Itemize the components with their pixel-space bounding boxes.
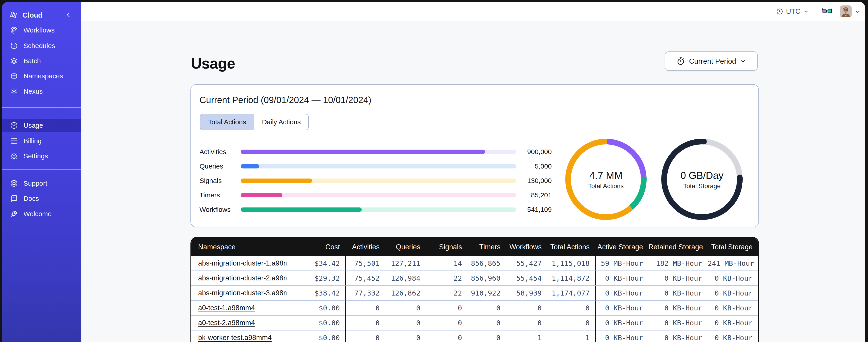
- cell-namespace[interactable]: abs-migration-cluster-3.a98mm4: [191, 285, 286, 300]
- cell-queries: 127,211: [385, 256, 426, 271]
- cell-active_storage: 0 KB-Hour: [595, 271, 648, 285]
- column-header-cost: Cost: [286, 238, 345, 256]
- total-storage-label: Total Storage: [683, 181, 721, 191]
- namespace-link[interactable]: bk-worker-test.a98mm4: [198, 334, 272, 342]
- cell-total_storage: 0 KB-Hour: [708, 285, 758, 300]
- cell-queries: 126,984: [385, 271, 426, 285]
- sidebar-item-label: Support: [24, 179, 47, 187]
- cell-namespace[interactable]: abs-migration-cluster-1.a98mm4: [191, 256, 286, 271]
- total-actions-label: Total Actions: [588, 181, 624, 191]
- bar-track: [241, 164, 516, 169]
- cell-timers: 0: [467, 315, 506, 330]
- cell-workflows: 1: [506, 330, 547, 342]
- support-icon: [10, 179, 18, 187]
- column-header-activities: Activities: [345, 238, 385, 256]
- cell-namespace[interactable]: bk-worker-test.a98mm4: [191, 330, 286, 342]
- timezone-selector[interactable]: UTC: [776, 7, 809, 15]
- cell-namespace[interactable]: abs-migration-cluster-2.a98mm4: [191, 271, 286, 285]
- cell-timers: 856,960: [467, 271, 506, 285]
- cell-queries: 0: [385, 315, 426, 330]
- bar-track: [241, 193, 516, 197]
- workflows-icon: [10, 26, 18, 34]
- period-selector-button[interactable]: Current Period: [665, 52, 758, 71]
- cell-timers: 0: [467, 300, 506, 315]
- cell-cost: $0.00: [286, 330, 345, 342]
- cell-activities: 75,501: [345, 256, 385, 271]
- sidebar-item-label: Schedules: [24, 42, 55, 49]
- sidebar-item-label: Workflows: [24, 26, 55, 34]
- tab-total-actions[interactable]: Total Actions: [200, 114, 254, 130]
- cell-signals: 0: [426, 330, 467, 342]
- cell-timers: 910,922: [467, 285, 506, 300]
- sidebar-item-settings[interactable]: Settings: [2, 149, 81, 163]
- sidebar-brand[interactable]: Cloud: [2, 9, 81, 22]
- batch-icon: [10, 57, 18, 65]
- namespace-link[interactable]: a0-test-2.a98mm4: [198, 319, 255, 327]
- bar-fill: [241, 164, 259, 169]
- cell-activities: 75,452: [345, 271, 385, 285]
- feedback-glasses-icon[interactable]: [822, 7, 832, 16]
- cell-active_storage: 0 KB-Hour: [595, 300, 648, 315]
- cell-timers: 856,865: [467, 256, 506, 271]
- cell-active_storage: 59 MB-Hour: [595, 256, 648, 271]
- namespace-link[interactable]: abs-migration-cluster-2.a98mm4: [198, 274, 286, 282]
- table-row: a0-test-1.a98mm4$0.000000000 KB-Hour0 KB…: [191, 300, 758, 315]
- cell-signals: 0: [426, 300, 467, 315]
- account-menu-chevron-icon[interactable]: [855, 8, 860, 14]
- sidebar-item-label: Docs: [24, 195, 39, 202]
- cell-activities: 0: [345, 330, 385, 342]
- total-actions-donut: 4.7 MM Total Actions: [563, 136, 649, 222]
- cell-active_storage: 0 KB-Hour: [595, 330, 648, 342]
- chevron-down-icon: [803, 8, 809, 14]
- cell-total_storage: 0 KB-Hour: [708, 315, 758, 330]
- clock-icon: [776, 8, 783, 15]
- cell-total_storage: 0 KB-Hour: [708, 300, 758, 315]
- sidebar-item-namespaces[interactable]: Namespaces: [2, 69, 81, 82]
- sidebar-collapse-button[interactable]: [65, 11, 73, 19]
- sidebar-item-billing[interactable]: Billing: [2, 134, 81, 147]
- cell-workflows: 0: [506, 315, 547, 330]
- namespace-usage-table: NamespaceCostActivitiesQueriesSignalsTim…: [190, 237, 759, 342]
- sidebar-item-schedules[interactable]: Schedules: [2, 39, 81, 52]
- cell-retained_storage: 0 KB-Hour: [648, 300, 708, 315]
- sidebar-item-usage[interactable]: Usage: [2, 119, 81, 132]
- namespace-link[interactable]: abs-migration-cluster-3.a98mm4: [198, 289, 286, 297]
- cell-signals: 0: [426, 315, 467, 330]
- cell-retained_storage: 0 KB-Hour: [648, 330, 708, 342]
- brand-label: Cloud: [23, 11, 42, 20]
- column-header-retained_storage: Retained Storage: [648, 238, 708, 256]
- namespace-link[interactable]: a0-test-1.a98mm4: [198, 304, 255, 312]
- cell-active_storage: 0 KB-Hour: [595, 285, 648, 300]
- namespace-link[interactable]: abs-migration-cluster-1.a98mm4: [198, 259, 286, 267]
- bar-label: Signals: [199, 177, 222, 184]
- bar-row-timers: Timers85,201: [191, 188, 566, 202]
- cell-namespace[interactable]: a0-test-1.a98mm4: [191, 300, 286, 315]
- sidebar-item-welcome[interactable]: Welcome: [2, 207, 81, 220]
- sidebar-item-label: Welcome: [24, 210, 52, 218]
- sidebar-item-label: Batch: [24, 57, 41, 65]
- column-header-total_actions: Total Actions: [547, 238, 595, 256]
- bar-label: Timers: [199, 191, 220, 199]
- sidebar-item-docs[interactable]: Docs: [2, 192, 81, 205]
- table-row: abs-migration-cluster-1.a98mm4$34.4275,5…: [191, 256, 758, 271]
- sidebar-item-label: Namespaces: [24, 72, 63, 80]
- sidebar-item-batch[interactable]: Batch: [2, 55, 81, 67]
- bar-value: 541,109: [518, 206, 552, 213]
- total-storage-value: 0 GB/Day: [680, 169, 724, 181]
- period-selector-label: Current Period: [689, 57, 736, 65]
- cell-total_actions: 1,174,077: [547, 285, 595, 300]
- cell-namespace[interactable]: a0-test-2.a98mm4: [191, 315, 286, 330]
- column-header-timers: Timers: [467, 238, 506, 256]
- sidebar-item-label: Usage: [24, 122, 43, 129]
- tab-daily-actions[interactable]: Daily Actions: [254, 114, 308, 130]
- cell-workflows: 0: [506, 300, 547, 315]
- avatar[interactable]: [840, 5, 852, 18]
- sidebar-item-workflows[interactable]: Workflows: [2, 24, 81, 37]
- table-header: NamespaceCostActivitiesQueriesSignalsTim…: [191, 238, 758, 256]
- bar-row-queries: Queries5,000: [191, 159, 566, 173]
- namespaces-icon: [10, 72, 18, 80]
- sidebar-item-nexus[interactable]: Nexus: [2, 85, 81, 98]
- total-storage-donut: 0 GB/Day Total Storage: [659, 136, 745, 222]
- sidebar-item-support[interactable]: Support: [2, 177, 81, 190]
- sidebar-divider: [2, 169, 81, 170]
